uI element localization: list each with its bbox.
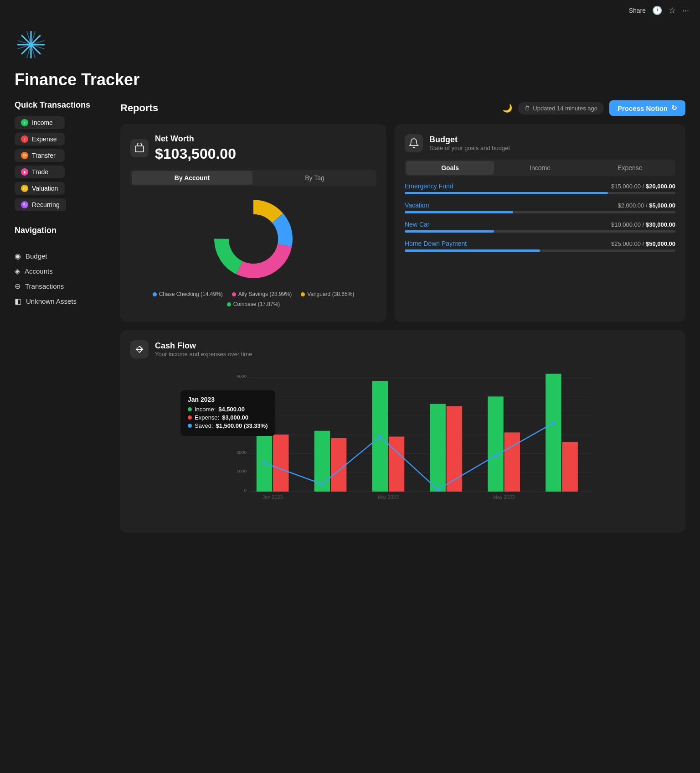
- goal-bar-fill-emergency: [405, 192, 608, 194]
- clock-icon: 🕐: [652, 5, 662, 16]
- goal-bar-fill-new-car: [405, 230, 494, 233]
- sidebar-item-budget[interactable]: ◉ Budget: [15, 249, 106, 264]
- sidebar-item-label: Budget: [26, 252, 47, 260]
- recurring-label: Recurring: [32, 201, 60, 208]
- updated-badge: ⏱ Updated 14 minutes ago: [518, 102, 604, 114]
- star-icon[interactable]: ☆: [669, 5, 676, 16]
- cashflow-header: Cash Flow Your income and expenses over …: [130, 340, 675, 358]
- moon-icon[interactable]: 🌙: [502, 103, 512, 113]
- updated-text: Updated 14 minutes ago: [533, 105, 597, 112]
- saved-dot-feb: [320, 482, 324, 486]
- y-label-0: 0: [244, 488, 247, 493]
- legend-dot-coinbase: [227, 302, 231, 306]
- y-axis-label: Amount: [232, 417, 237, 434]
- expense-button[interactable]: ↑ Expense: [15, 133, 65, 145]
- goal-bar-bg-home: [405, 249, 675, 252]
- share-button[interactable]: Share: [629, 7, 646, 14]
- top-row: Net Worth $103,500.00 By Account By Tag: [120, 124, 685, 322]
- reports-header: Reports 🌙 ⏱ Updated 14 minutes ago Proce…: [120, 100, 685, 116]
- x-label-may: May 2023: [493, 494, 515, 500]
- valuation-icon: ⊙: [21, 185, 28, 192]
- sidebar-item-label: Accounts: [25, 267, 53, 275]
- reports-title: Reports: [120, 102, 158, 114]
- top-bar: Share 🕐 ☆ ···: [0, 0, 700, 21]
- bar-jan-income: [257, 406, 272, 492]
- navigation-title: Navigation: [15, 226, 106, 235]
- income-button[interactable]: + Income: [15, 116, 65, 129]
- trade-label: Trade: [32, 168, 48, 176]
- y-label-6000: 6000: [237, 374, 247, 379]
- legend-dot-chase: [153, 292, 157, 296]
- budget-tab-expense[interactable]: Expense: [586, 161, 674, 175]
- budget-subtitle: State of your goals and budget: [429, 145, 510, 151]
- transfer-icon: ⟳: [21, 152, 28, 159]
- recurring-button[interactable]: ↻ Recurring: [15, 198, 66, 211]
- net-worth-title-area: Net Worth $103,500.00: [155, 134, 236, 162]
- goal-new-car-row: New Car $10,000.00 / $30,000.00: [405, 221, 675, 228]
- unknown-assets-icon: ◧: [15, 297, 21, 306]
- quick-transactions-title: Quick Transactions: [15, 100, 106, 110]
- more-icon[interactable]: ···: [682, 6, 689, 16]
- valuation-button[interactable]: ⊙ Valuation: [15, 182, 65, 195]
- budget-title-area: Budget State of your goals and budget: [429, 135, 510, 151]
- budget-header: Budget State of your goals and budget: [405, 134, 675, 152]
- cashflow-card: Cash Flow Your income and expenses over …: [120, 330, 685, 533]
- process-notion-button[interactable]: Process Notion ↻: [609, 100, 685, 116]
- content-area: Reports 🌙 ⏱ Updated 14 minutes ago Proce…: [120, 100, 685, 533]
- page-title: Finance Tracker: [0, 63, 700, 100]
- valuation-label: Valuation: [32, 185, 58, 192]
- sidebar: Quick Transactions + Income ↑ Expense ⟳ …: [15, 100, 106, 533]
- saved-dot-mar: [378, 435, 381, 438]
- goal-vacation-row: Vacation $2,000.00 / $5,000.00: [405, 202, 675, 209]
- trade-button[interactable]: ♦ Trade: [15, 166, 65, 178]
- logo-icon: [15, 28, 47, 61]
- cashflow-subtitle: Your income and expenses over time: [155, 351, 252, 358]
- bar-jun-income: [546, 374, 561, 492]
- transfer-button[interactable]: ⟳ Transfer: [15, 149, 65, 162]
- cashflow-title: Cash Flow: [155, 341, 252, 351]
- goal-amounts-home: $25,000.00 / $50,000.00: [611, 240, 675, 247]
- net-worth-title: Net Worth: [155, 134, 236, 144]
- tab-by-account[interactable]: By Account: [132, 171, 252, 185]
- sidebar-item-unknown-assets[interactable]: ◧ Unknown Assets: [15, 294, 106, 309]
- net-worth-icon: [130, 139, 149, 157]
- legend-dot-vanguard: [301, 292, 305, 296]
- expense-label: Expense: [32, 135, 57, 143]
- accounts-icon: ◈: [15, 267, 20, 275]
- income-label: Income: [32, 119, 53, 126]
- donut-legend: Chase Checking (14.49%) Ally Savings (28…: [130, 291, 376, 307]
- sidebar-item-label: Unknown Assets: [26, 297, 77, 305]
- tab-by-tag[interactable]: By Tag: [254, 171, 375, 185]
- y-label-4000: 4000: [237, 411, 247, 416]
- legend-vanguard: Vanguard (38.65%): [301, 291, 354, 297]
- cashflow-svg: 0 1000 2000 3000 4000 5000 6000 Amount: [153, 368, 675, 500]
- saved-dot-may: [494, 454, 497, 457]
- budget-tab-income[interactable]: Income: [496, 161, 584, 175]
- y-label-5000: 5000: [237, 392, 247, 397]
- logo-area: [0, 21, 700, 63]
- goal-emergency-row: Emergency Fund $15,000.00 / $20,000.00: [405, 182, 675, 190]
- saved-dot-jun: [552, 421, 555, 425]
- expense-icon: ↑: [21, 135, 28, 143]
- goal-bar-bg-new-car: [405, 230, 675, 233]
- saved-dot-apr: [436, 488, 439, 491]
- transactions-icon: ⊖: [15, 282, 21, 291]
- donut-svg: [208, 193, 299, 285]
- goal-name-new-car: New Car: [405, 221, 429, 228]
- sidebar-item-transactions[interactable]: ⊖ Transactions: [15, 279, 106, 294]
- transfer-label: Transfer: [32, 152, 56, 159]
- reports-actions: 🌙 ⏱ Updated 14 minutes ago Process Notio…: [502, 100, 685, 116]
- budget-tab-goals[interactable]: Goals: [406, 161, 494, 175]
- legend-ally: Ally Savings (28.99%): [232, 291, 292, 297]
- net-worth-header: Net Worth $103,500.00: [130, 134, 376, 162]
- goal-new-car: New Car $10,000.00 / $30,000.00: [405, 221, 675, 233]
- budget-card-icon: [405, 134, 423, 152]
- bar-may-expense: [504, 432, 520, 492]
- legend-label-coinbase: Coinbase (17.87%): [233, 301, 280, 307]
- budget-icon: ◉: [15, 252, 21, 260]
- sidebar-item-accounts[interactable]: ◈ Accounts: [15, 264, 106, 279]
- donut-chart: Chase Checking (14.49%) Ally Savings (28…: [130, 193, 376, 307]
- y-label-2000: 2000: [237, 450, 247, 455]
- x-label-mar: Mar 2023: [378, 494, 399, 500]
- legend-dot-ally: [232, 292, 236, 296]
